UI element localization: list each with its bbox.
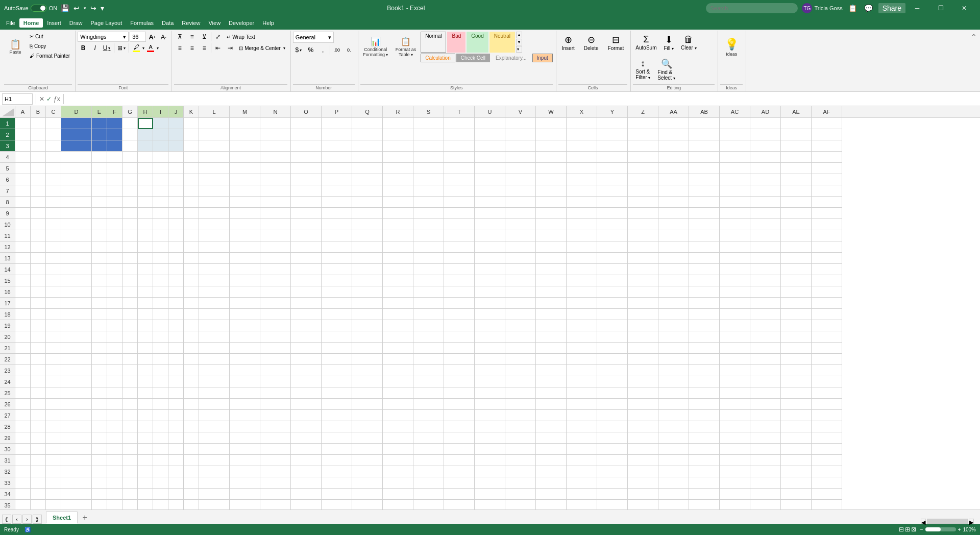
cell-C33[interactable] [46, 477, 61, 489]
cell-A13[interactable] [15, 253, 31, 264]
cell-R19[interactable] [383, 320, 413, 331]
cell-Z10[interactable] [628, 219, 658, 230]
cell-L24[interactable] [199, 376, 230, 387]
cell-F16[interactable] [107, 286, 122, 298]
cell-P24[interactable] [322, 376, 352, 387]
cell-Y31[interactable] [597, 455, 628, 466]
cell-C19[interactable] [46, 320, 61, 331]
cell-F3[interactable] [107, 140, 122, 152]
cell-AF17[interactable] [812, 298, 842, 309]
cell-AB6[interactable] [689, 174, 720, 185]
cell-A20[interactable] [15, 331, 31, 343]
cell-S14[interactable] [413, 264, 444, 275]
cell-I15[interactable] [153, 275, 168, 286]
cell-B28[interactable] [31, 421, 46, 432]
cell-R8[interactable] [383, 197, 413, 208]
cell-AC32[interactable] [720, 466, 750, 477]
cell-X26[interactable] [567, 399, 597, 410]
cell-U17[interactable] [475, 298, 505, 309]
cell-N29[interactable] [260, 432, 291, 444]
cell-AA19[interactable] [658, 320, 689, 331]
cell-S23[interactable] [413, 365, 444, 376]
cell-K6[interactable] [184, 174, 199, 185]
cell-AD9[interactable] [750, 208, 781, 219]
cell-R23[interactable] [383, 365, 413, 376]
cell-Q31[interactable] [352, 455, 383, 466]
cell-D27[interactable] [61, 410, 92, 421]
cell-H3[interactable] [138, 140, 153, 152]
cell-L9[interactable] [199, 208, 230, 219]
cell-AD14[interactable] [750, 264, 781, 275]
cell-M13[interactable] [230, 253, 260, 264]
accounting-btn[interactable]: $▾ [293, 45, 304, 55]
cell-K7[interactable] [184, 185, 199, 197]
cell-T27[interactable] [444, 410, 475, 421]
cell-F25[interactable] [107, 387, 122, 399]
cell-M12[interactable] [230, 241, 260, 253]
cell-V15[interactable] [505, 275, 536, 286]
cell-H6[interactable] [138, 174, 153, 185]
cell-AA18[interactable] [658, 309, 689, 320]
cell-T15[interactable] [444, 275, 475, 286]
cell-O30[interactable] [291, 444, 322, 455]
cell-H9[interactable] [138, 208, 153, 219]
cell-L33[interactable] [199, 477, 230, 489]
cell-H32[interactable] [138, 466, 153, 477]
cell-A21[interactable] [15, 343, 31, 354]
col-N[interactable]: N [260, 106, 291, 117]
cell-O4[interactable] [291, 152, 322, 163]
cell-D11[interactable] [61, 230, 92, 241]
cell-W19[interactable] [536, 320, 567, 331]
cell-A15[interactable] [15, 275, 31, 286]
cell-D2[interactable] [61, 129, 92, 140]
cell-AC25[interactable] [720, 387, 750, 399]
cell-AD24[interactable] [750, 376, 781, 387]
cell-AF20[interactable] [812, 331, 842, 343]
col-J[interactable]: J [168, 106, 184, 117]
cell-U25[interactable] [475, 387, 505, 399]
cell-AA7[interactable] [658, 185, 689, 197]
cell-M31[interactable] [230, 455, 260, 466]
cell-S13[interactable] [413, 253, 444, 264]
cell-G16[interactable] [122, 286, 138, 298]
cell-U15[interactable] [475, 275, 505, 286]
cell-S10[interactable] [413, 219, 444, 230]
cell-J26[interactable] [168, 399, 184, 410]
cell-AE16[interactable] [781, 286, 812, 298]
cell-Z23[interactable] [628, 365, 658, 376]
cell-P23[interactable] [322, 365, 352, 376]
cell-T23[interactable] [444, 365, 475, 376]
cell-K2[interactable] [184, 129, 199, 140]
col-G[interactable]: G [122, 106, 138, 117]
cell-N1[interactable] [260, 118, 291, 129]
cell-P20[interactable] [322, 331, 352, 343]
cell-P16[interactable] [322, 286, 352, 298]
cell-H30[interactable] [138, 444, 153, 455]
cell-P9[interactable] [322, 208, 352, 219]
cell-W26[interactable] [536, 399, 567, 410]
cell-R4[interactable] [383, 152, 413, 163]
cell-B2[interactable] [31, 129, 46, 140]
cell-AD23[interactable] [750, 365, 781, 376]
cell-AE22[interactable] [781, 354, 812, 365]
cell-AD2[interactable] [750, 129, 781, 140]
cell-A9[interactable] [15, 208, 31, 219]
cell-AD6[interactable] [750, 174, 781, 185]
zoom-in-btn[interactable]: + [958, 527, 961, 532]
cell-G18[interactable] [122, 309, 138, 320]
cell-U18[interactable] [475, 309, 505, 320]
cell-I17[interactable] [153, 298, 168, 309]
cell-Q27[interactable] [352, 410, 383, 421]
cell-AD28[interactable] [750, 421, 781, 432]
cell-M24[interactable] [230, 376, 260, 387]
cell-H21[interactable] [138, 343, 153, 354]
cell-AA14[interactable] [658, 264, 689, 275]
cell-G2[interactable] [122, 129, 138, 140]
cell-P28[interactable] [322, 421, 352, 432]
cell-W25[interactable] [536, 387, 567, 399]
cell-G22[interactable] [122, 354, 138, 365]
cell-X4[interactable] [567, 152, 597, 163]
cell-F5[interactable] [107, 163, 122, 174]
cell-W8[interactable] [536, 197, 567, 208]
cell-D7[interactable] [61, 185, 92, 197]
